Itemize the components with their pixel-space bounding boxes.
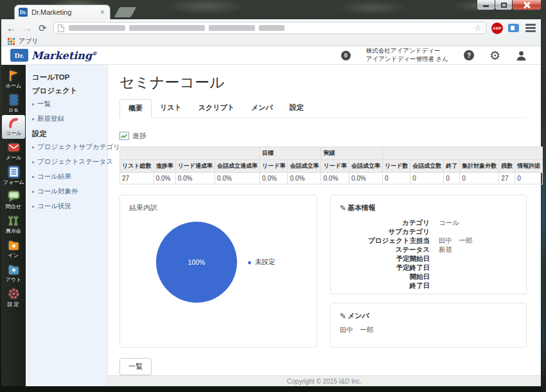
info-row: 予定開始日 (340, 254, 517, 263)
sidebar-item-mail[interactable]: メール (2, 139, 25, 163)
tab-bar: 概要 リスト スクリプト メンバ 設定 (119, 99, 527, 118)
sidebar-item-label: メール (6, 154, 22, 161)
user-profile-icon[interactable] (516, 50, 527, 61)
table-cell: 0.0% (321, 173, 349, 184)
tab-close-icon[interactable]: × (99, 8, 106, 16)
reload-icon[interactable]: ⟳ (39, 23, 47, 33)
app-logo[interactable]: Dr. Marketing® (10, 49, 97, 62)
tab-title: Dr.Marketing (31, 8, 99, 16)
info-row: プロジェクト主担当田中 一郎 (340, 236, 517, 245)
sidebar-item-db[interactable]: D B (2, 92, 25, 114)
tab-list[interactable]: リスト (152, 99, 190, 118)
info-value: 田中 一郎 (439, 236, 473, 245)
bullet-icon (32, 206, 34, 208)
app-header: Dr. Marketing® 0 株式会社アイアンドディー アイアンドディー管理… (1, 46, 541, 65)
column-header: 会話成立率 (349, 160, 382, 173)
speech-bubble-icon (7, 190, 20, 202)
sidebar-item-settings[interactable]: 設 定 (2, 286, 25, 310)
sidebar-item-in[interactable]: イン (2, 237, 25, 261)
window-close-button[interactable] (512, 0, 542, 10)
edit-pencil-icon[interactable]: ✎ (340, 204, 346, 213)
menu-item-call-result[interactable]: コール結果 (32, 172, 103, 181)
bullet-icon (32, 176, 34, 178)
page-title: セミナーコール (119, 73, 527, 93)
menu-item-label: コール状況 (37, 202, 71, 211)
sidebar-item-exhibition[interactable]: 展示会 (2, 213, 25, 236)
tab-overview[interactable]: 概要 (119, 99, 152, 118)
bookmarks-bar: アプリ (1, 37, 541, 46)
logo-name: Marketing® (31, 49, 97, 62)
window-maximize-button[interactable] (495, 0, 513, 10)
menu-call-top[interactable]: コールTOP (32, 73, 103, 82)
menu-item-status[interactable]: プロジェクトステータス (32, 157, 103, 166)
window-minimize-button[interactable] (477, 0, 495, 10)
bullet-icon (32, 161, 34, 163)
settings-gear-red-icon (7, 288, 20, 300)
main-content: セミナーコール 概要 リスト スクリプト メンバ 設定 進捗 (108, 65, 541, 375)
menu-item-subcategory[interactable]: プロジェクトサブカテゴリ (32, 143, 103, 152)
column-header: 集計対象外数 (460, 160, 499, 173)
apps-bookmark[interactable]: アプリ (19, 37, 39, 46)
menu-item-label: コール対象外 (37, 187, 78, 196)
forward-icon[interactable]: → (22, 23, 32, 33)
logo-reg-mark: ® (92, 49, 97, 56)
column-header: 会話成立数 (410, 160, 444, 173)
progress-table: 目標 実績 リスト総数 進捗率 リード達成率 会話成立達成率 リード率 会話成立… (119, 147, 543, 184)
sidebar-item-home[interactable]: ホーム (2, 67, 25, 91)
info-label: 終了日 (340, 281, 430, 290)
account-info: 株式会社アイアンドディー アイアンドディー管理者 さん (366, 47, 448, 64)
sidebar-item-label: 問合せ (6, 203, 21, 210)
basic-info-title: 基本情報 (348, 203, 376, 213)
notification-badge[interactable]: 0 (341, 51, 351, 60)
blurred-url-segment (259, 25, 285, 31)
legend-dot-icon: ● (247, 258, 252, 266)
info-value: 新規 (439, 245, 452, 254)
sidebar-item-call[interactable]: コール (2, 115, 25, 139)
logo-name-text: Marketing (31, 49, 92, 62)
table-cell: 0.0% (288, 173, 321, 184)
form-icon (7, 166, 20, 178)
adblock-extension-icon[interactable]: ABP (491, 22, 503, 34)
help-icon[interactable]: ? (464, 50, 474, 60)
address-bar[interactable]: ☆ (53, 22, 486, 34)
blurred-url-segment (69, 25, 125, 31)
menu-item-label: プロジェクトステータス (37, 157, 113, 166)
copyright-text: Copyright © 2015 I&D Inc. (287, 378, 362, 385)
company-name: 株式会社アイアンドディー (366, 47, 448, 55)
info-row: カテゴリコール (340, 218, 517, 227)
table-cell: 0 (382, 173, 410, 184)
table-cell: 0 (460, 173, 499, 184)
sidebar-item-out[interactable]: アウト (2, 262, 25, 285)
new-tab-button[interactable] (114, 7, 137, 17)
edit-pencil-icon[interactable]: ✎ (340, 312, 346, 321)
back-icon[interactable]: ← (6, 23, 16, 33)
sidebar-item-inquiry[interactable]: 問合せ (2, 188, 25, 212)
member-name: 田中 一郎 (340, 326, 517, 335)
info-label: 予定開始日 (340, 254, 430, 263)
tab-settings[interactable]: 設定 (281, 99, 312, 118)
tab-script[interactable]: スクリプト (190, 99, 243, 118)
sidebar-item-form[interactable]: フォーム (2, 164, 25, 188)
column-header: リスト総数 (120, 160, 154, 173)
minimize-icon (483, 5, 489, 7)
group-header-empty (120, 147, 260, 160)
page-footer: Copyright © 2015 I&D Inc. (108, 375, 541, 386)
apps-grid-icon[interactable] (8, 38, 15, 45)
info-label: サブカテゴリ (340, 227, 430, 236)
extension-icon[interactable] (508, 24, 519, 32)
table-cell: 0 (515, 173, 543, 184)
list-button[interactable]: 一覧 (119, 358, 152, 375)
bookmark-star-icon[interactable]: ☆ (474, 23, 482, 33)
info-label: プロジェクト主担当 (340, 236, 430, 245)
menu-item-list[interactable]: 一覧 (32, 100, 103, 109)
sidebar-item-label: D B (9, 107, 17, 113)
settings-gear-icon[interactable]: ⚙ (489, 49, 500, 62)
menu-item-call-status[interactable]: コール状況 (32, 202, 103, 211)
browser-tab[interactable]: Dr. Dr.Marketing × (14, 4, 110, 19)
table-cell: 0.0% (154, 173, 175, 184)
browser-menu-icon[interactable] (525, 24, 536, 32)
menu-item-new[interactable]: 新規登録 (32, 114, 103, 123)
tab-member[interactable]: メンバ (243, 99, 281, 118)
menu-item-call-excluded[interactable]: コール対象外 (32, 187, 103, 196)
table-row: 27 0.0% 0.0% 0.0% 0.0% 0.0% 0.0% 0.0% 0 … (120, 173, 543, 184)
